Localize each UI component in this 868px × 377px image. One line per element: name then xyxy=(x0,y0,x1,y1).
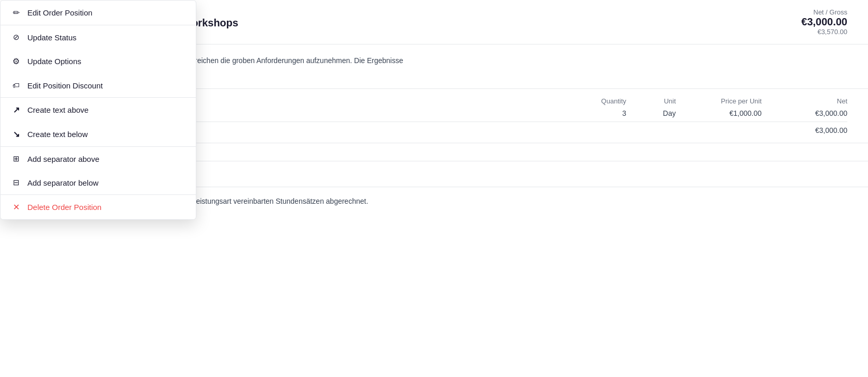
menu-item-create-text-below[interactable]: Create text below xyxy=(1,122,196,146)
row-unit: Day xyxy=(634,109,676,117)
tag-icon xyxy=(11,81,21,90)
row-quantity: 3 xyxy=(564,109,626,117)
arrow-down-right-icon xyxy=(11,129,21,139)
net-gross-label: Net / Gross xyxy=(801,8,847,16)
dropdown-menu: Edit Order Position Update Status Update… xyxy=(0,0,196,220)
menu-item-update-status[interactable]: Update Status xyxy=(1,25,196,49)
separator-below-icon xyxy=(11,178,21,187)
menu-label-add-separator-above: Add separator above xyxy=(27,155,99,163)
main-content: ⋮ Pos / Title 1 Anforderungsaufnahme - 2… xyxy=(0,0,868,377)
menu-group-5: Delete Order Position xyxy=(1,195,196,219)
row-price: €1,000.00 xyxy=(684,109,762,117)
subtotal-amount: €3,000.00 xyxy=(815,126,847,134)
menu-group-1: Edit Order Position xyxy=(1,1,196,25)
menu-item-edit-order-position[interactable]: Edit Order Position xyxy=(1,1,196,25)
menu-item-update-options[interactable]: Update Options xyxy=(1,49,196,73)
net-gross-section: Net / Gross €3,000.00 €3,570.00 xyxy=(801,8,847,36)
menu-label-edit-order-position: Edit Order Position xyxy=(27,8,92,17)
separator-above-icon xyxy=(11,154,21,163)
menu-label-create-text-below: Create text below xyxy=(27,130,88,139)
menu-label-delete-order-position: Delete Order Position xyxy=(27,203,101,212)
menu-item-add-separator-above[interactable]: Add separator above xyxy=(1,147,196,171)
net-amount: €3,000.00 xyxy=(801,16,847,28)
menu-item-edit-position-discount[interactable]: Edit Position Discount xyxy=(1,73,196,97)
menu-label-create-text-above: Create text above xyxy=(27,105,88,114)
x-icon xyxy=(11,202,21,212)
col-header-price: Price per Unit xyxy=(684,97,762,105)
ban-icon xyxy=(11,33,21,42)
menu-group-4: Add separator above Add separator below xyxy=(1,147,196,195)
menu-group-3: Create text above Create text below xyxy=(1,98,196,147)
arrow-up-right-icon xyxy=(11,105,21,115)
menu-label-update-options: Update Options xyxy=(27,57,81,66)
row-net: €3,000.00 xyxy=(770,109,847,117)
menu-label-update-status: Update Status xyxy=(27,33,76,42)
menu-item-create-text-above[interactable]: Create text above xyxy=(1,98,196,122)
menu-group-2: Update Status Update Options Edit Positi… xyxy=(1,25,196,98)
pencil-icon xyxy=(11,8,21,18)
menu-item-delete-order-position[interactable]: Delete Order Position xyxy=(1,195,196,219)
gear-icon xyxy=(11,56,21,66)
menu-label-edit-position-discount: Edit Position Discount xyxy=(27,81,103,90)
gross-amount: €3,570.00 xyxy=(801,28,847,36)
col-header-unit: Unit xyxy=(634,97,676,105)
menu-item-add-separator-below[interactable]: Add separator below xyxy=(1,171,196,194)
menu-label-add-separator-below: Add separator below xyxy=(27,178,99,187)
col-header-quantity: Quantity xyxy=(564,97,626,105)
col-header-net: Net xyxy=(770,97,847,105)
